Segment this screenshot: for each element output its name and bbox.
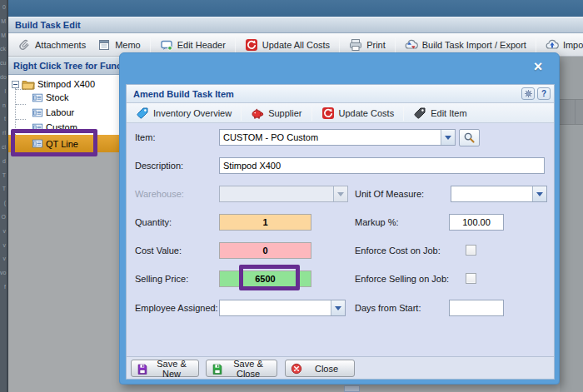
days-from-start-input[interactable] <box>450 300 503 315</box>
inventory-overview-button[interactable]: Inventory Overview <box>130 104 237 122</box>
edit-header-icon <box>160 38 173 52</box>
warehouse-label: Warehouse: <box>135 189 184 199</box>
close-label: Close <box>306 364 347 374</box>
employee-assigned-label: Employee Assigned: <box>135 303 218 313</box>
toolbar-separator <box>235 37 236 52</box>
employee-assigned-combo[interactable] <box>219 300 346 316</box>
amend-build-task-item-dialog: × Amend Build Task Item ? Inventory Over… <box>119 52 560 385</box>
annotation-rect-selling-price <box>239 265 300 290</box>
tree-node-labour[interactable]: Labour <box>8 105 119 120</box>
quantity-field[interactable] <box>219 214 311 231</box>
window-title: Build Task Edit <box>15 20 81 30</box>
help-icon[interactable]: ? <box>537 87 551 100</box>
import-button[interactable]: Import <box>540 36 583 54</box>
tree-collapse-icon[interactable] <box>12 81 19 88</box>
warehouse-input <box>220 186 333 201</box>
cost-value-field[interactable] <box>219 242 311 259</box>
chevron-down-icon[interactable] <box>532 186 546 201</box>
tree-panel-title: Right Click Tree for Funct <box>13 61 119 71</box>
memo-button[interactable]: Memo <box>92 36 147 54</box>
memo-label: Memo <box>115 40 141 50</box>
item-search-button[interactable] <box>459 129 480 146</box>
page-header-bar <box>8 0 583 17</box>
item-combo[interactable] <box>219 129 456 146</box>
item-row: Item: <box>127 129 554 147</box>
supplier-button[interactable]: Supplier <box>245 104 307 122</box>
unit-of-measure-label: Unit Of Measure: <box>355 189 424 199</box>
cost-row: Cost Value: Enforce Cost on Job: <box>127 242 554 261</box>
annotation-rect-qt-line <box>11 129 97 156</box>
description-input[interactable] <box>220 158 544 173</box>
selling-price-label: Selling Price: <box>135 274 188 284</box>
tree-panel-header: Right Click Tree for Funct <box>8 57 119 75</box>
markup-field[interactable] <box>449 214 504 231</box>
quantity-input[interactable] <box>220 215 311 230</box>
inventory-tag-icon <box>136 107 149 120</box>
tree-item-label: Labour <box>46 107 74 117</box>
save-and-new-button[interactable]: Save & New <box>131 360 199 377</box>
unit-of-measure-input[interactable] <box>451 186 532 201</box>
screen: 0 M M ck cu do l n t rl ci d T T ( O v v… <box>0 0 583 392</box>
supplier-label: Supplier <box>268 108 301 118</box>
selling-row: Selling Price: Enforce Selling on Job: <box>127 270 554 289</box>
chevron-down-icon[interactable] <box>441 130 455 145</box>
save-purple-floppy-icon <box>137 363 148 375</box>
quantity-label: Quantity: <box>135 217 172 227</box>
update-all-costs-label: Update All Costs <box>262 40 330 50</box>
days-from-start-field[interactable] <box>449 300 504 316</box>
inventory-overview-label: Inventory Overview <box>153 108 232 118</box>
markup-input[interactable] <box>450 215 503 230</box>
enforce-selling-checkbox[interactable] <box>466 273 476 284</box>
update-costs-button[interactable]: Update Costs <box>316 104 401 122</box>
edit-item-button[interactable]: Edit Item <box>407 104 472 122</box>
edit-header-button[interactable]: Edit Header <box>154 36 232 54</box>
build-task-import-export-button[interactable]: Build Task Import / Export <box>399 36 532 54</box>
toolbar-separator <box>403 106 404 121</box>
toolbar-separator <box>339 37 340 52</box>
item-input[interactable] <box>220 130 441 145</box>
attachments-label: Attachments <box>35 40 86 50</box>
list-item-icon <box>32 92 43 103</box>
cloud-import-export-icon <box>405 38 418 52</box>
save-and-close-label: Save & Close <box>227 359 270 379</box>
enforce-selling-label: Enforce Selling on Job: <box>355 274 449 284</box>
edit-item-label: Edit Item <box>431 108 466 118</box>
close-button[interactable]: Close <box>285 360 355 377</box>
update-all-costs-button[interactable]: Update All Costs <box>239 36 336 54</box>
print-button[interactable]: Print <box>343 36 391 54</box>
toolbar-separator <box>150 37 151 52</box>
background-scrollbar-fragment <box>344 385 360 392</box>
cost-value-input[interactable] <box>220 243 311 258</box>
paperclip-icon <box>17 38 31 52</box>
save-and-new-label: Save & New <box>152 359 192 379</box>
close-icon[interactable]: × <box>530 59 546 76</box>
chevron-down-icon[interactable] <box>331 300 345 315</box>
main-toolbar-right: Print Build Task Import / Export Import <box>336 36 583 54</box>
warehouse-combo <box>219 186 348 202</box>
background-grid-strip: 0 M M ck cu do l n t rl ci d T T ( O v v… <box>0 0 8 392</box>
cloud-import-icon <box>546 38 559 52</box>
tree-node-stock[interactable]: Stock <box>8 90 119 105</box>
days-from-start-label: Days from Start: <box>355 303 421 313</box>
dialog-header: Amend Build Task Item ? <box>127 85 554 103</box>
unit-of-measure-combo[interactable] <box>451 186 547 202</box>
update-costs-label: Update Costs <box>339 108 395 118</box>
dialog-title: Amend Build Task Item <box>133 89 234 99</box>
dialog-footer: Save & New Save & Close Close <box>127 356 554 379</box>
list-item-icon <box>32 107 43 118</box>
description-field[interactable] <box>219 157 545 174</box>
dialog-panel: Amend Build Task Item ? Inventory Overvi… <box>126 84 555 380</box>
attachments-button[interactable]: Attachments <box>12 36 92 54</box>
edit-item-tag-icon <box>413 107 426 120</box>
close-red-icon <box>291 363 302 375</box>
employee-assigned-input[interactable] <box>220 300 331 315</box>
print-icon <box>349 38 362 52</box>
update-costs-icon <box>321 107 335 120</box>
save-and-close-button[interactable]: Save & Close <box>206 360 277 377</box>
description-label: Description: <box>135 161 183 171</box>
enforce-cost-checkbox[interactable] <box>466 245 476 256</box>
background-grid-header <box>560 99 583 125</box>
print-label: Print <box>366 40 386 50</box>
gear-icon[interactable] <box>521 87 535 100</box>
background-grid-text: 0 M M ck cu do l n t rl ci d T T ( O v v… <box>0 0 7 295</box>
